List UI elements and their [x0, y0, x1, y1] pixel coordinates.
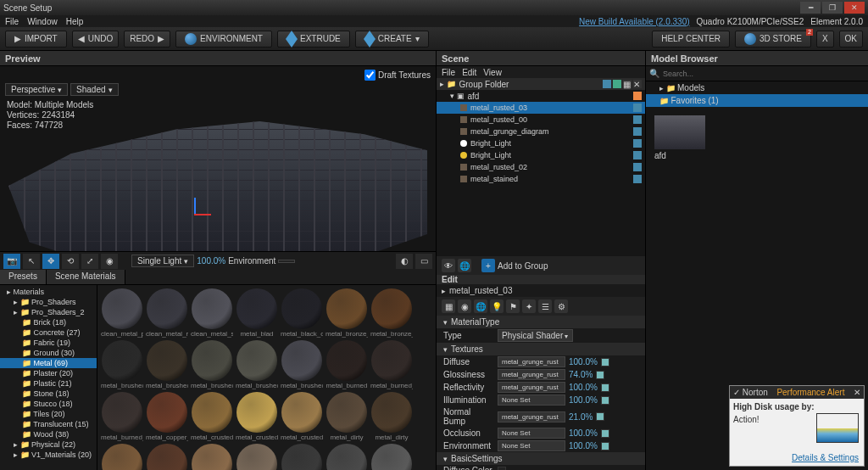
material-tree-item[interactable]: 📁 Plastic (21) — [0, 378, 97, 389]
texture-value-field[interactable]: None Set — [498, 394, 565, 406]
shaded-dropdown[interactable]: Shaded ▾ — [70, 83, 118, 96]
texture-percent-field[interactable]: 100.0% — [569, 383, 598, 392]
extrude-button[interactable]: EXTRUDE — [277, 31, 350, 48]
3d-viewport[interactable]: Draft Textures Perspective ▾ Shaded ▾ Mo… — [0, 66, 436, 251]
environment-swatch[interactable] — [278, 260, 295, 263]
menu-file[interactable]: File — [5, 17, 19, 26]
material-thumbnail[interactable]: metal_dirty — [326, 392, 368, 441]
scene-item[interactable]: metal_rusted_02 — [437, 161, 645, 173]
scene-item[interactable]: metal_stained — [437, 173, 645, 185]
import-button[interactable]: ▶ IMPORT — [5, 31, 67, 48]
material-tree-item[interactable]: ▸ 📁 Physical (22) — [0, 439, 97, 450]
material-thumbnail[interactable]: metal_copper_bl — [146, 392, 188, 441]
notification-close-button[interactable]: ✕ — [854, 388, 860, 397]
texture-percent-field[interactable]: 100.0% — [569, 441, 598, 450]
camera-tool-button[interactable]: 📷 — [3, 254, 20, 269]
basic-settings-section[interactable]: ▾ BasicSettings — [437, 452, 645, 465]
material-thumbnail[interactable] — [101, 444, 143, 470]
material-tree-item[interactable]: 📁 Tiles (20) — [0, 409, 97, 419]
material-thumbnail[interactable]: metal_brushed_pla — [281, 340, 323, 389]
model-browser-tree[interactable]: ▸ 📁 Models 📁 Favorites (1) — [646, 81, 868, 107]
material-thumbnail[interactable]: metal_burned_wat — [101, 392, 143, 441]
material-thumbnail[interactable]: clean_metal_plate — [101, 288, 143, 338]
texture-percent-field[interactable]: 100.0% — [569, 395, 598, 405]
scene-menu-file[interactable]: File — [442, 68, 455, 77]
scene-hierarchy-tree[interactable]: ▸ 📁 Group Folder ▦✕ ▾ ▣ afd metal_rusted… — [437, 78, 645, 256]
light-brightness-value[interactable]: 100.0% — [197, 256, 225, 266]
material-thumbnail[interactable]: metal_brushed_bla — [101, 340, 143, 389]
new-build-link[interactable]: New Build Available (2.0.330) — [579, 17, 689, 26]
create-button[interactable]: CREATE ▾ — [355, 31, 429, 48]
material-thumbnail[interactable]: metal_burned — [326, 340, 368, 389]
scene-menu-edit[interactable]: Edit — [462, 68, 476, 77]
scene-globe-button[interactable]: 🌐 — [458, 259, 471, 272]
tab-scene-materials[interactable]: Scene Materials — [47, 270, 125, 284]
material-thumbnail[interactable] — [326, 444, 368, 470]
model-thumbnail[interactable] — [654, 115, 705, 149]
material-tree-item[interactable]: 📁 Translucent (15) — [0, 419, 97, 429]
scene-group-folder[interactable]: ▸ 📁 Group Folder ▦✕ — [437, 78, 645, 90]
scene-menu-view[interactable]: View — [483, 68, 502, 77]
material-thumbnail[interactable]: metal_blad — [236, 288, 278, 338]
edit-layers-button[interactable]: ☰ — [538, 299, 552, 313]
material-tree-item[interactable]: 📁 Wood (38) — [0, 429, 97, 439]
material-tree-item[interactable]: ▸ 📁 Pro_Shaders_2 — [0, 307, 97, 317]
edit-sphere-button[interactable]: ◉ — [458, 299, 471, 313]
material-thumbnail[interactable] — [370, 444, 413, 470]
scale-tool-button[interactable]: ⤢ — [81, 254, 98, 269]
material-thumbnail[interactable]: metal_bronze_rust — [370, 288, 413, 338]
material-tree-item[interactable]: 📁 Ground (30) — [0, 348, 97, 358]
edit-gear-button[interactable]: ⚙ — [554, 299, 568, 313]
redo-button[interactable]: REDO ▶ — [124, 31, 170, 48]
material-thumbnail[interactable]: metal_crusted_02 — [236, 392, 278, 441]
edit-light-button[interactable]: 💡 — [490, 299, 504, 313]
scene-item[interactable]: Bright_Light — [437, 137, 645, 149]
viewport-option-1-button[interactable]: ◐ — [396, 254, 413, 269]
menu-help[interactable]: Help — [66, 17, 84, 26]
texture-value-field[interactable]: None Set — [498, 428, 565, 439]
help-center-button[interactable]: HELP CENTER — [652, 31, 730, 48]
material-tree-item[interactable]: 📁 Metal (69) — [0, 358, 97, 368]
edit-texture-button[interactable]: ▦ — [442, 299, 455, 313]
color-swatch[interactable] — [498, 467, 506, 471]
texture-value-field[interactable]: metal_grunge_rust — [498, 356, 565, 367]
material-tree-item[interactable]: 📁 Fabric (19) — [0, 338, 97, 348]
textures-section[interactable]: ▾ Textures — [437, 343, 645, 355]
material-thumbnail[interactable]: metal_crusted_01 — [191, 392, 233, 441]
material-thumbnail[interactable]: metal_bronze_raw — [326, 288, 368, 338]
material-thumbnail[interactable] — [146, 444, 188, 470]
model-search-input[interactable] — [663, 70, 865, 78]
transform-gizmo[interactable] — [178, 198, 212, 232]
rotate-tool-button[interactable]: ⟲ — [62, 254, 79, 269]
texture-toggle[interactable] — [601, 383, 609, 392]
material-thumbnail[interactable] — [191, 444, 233, 470]
texture-toggle[interactable] — [601, 396, 609, 405]
material-tree-item[interactable]: 📁 Concrete (27) — [0, 327, 97, 338]
texture-value-field[interactable]: None Set — [498, 440, 565, 451]
material-tree-item[interactable]: 📁 Stone (18) — [0, 389, 97, 399]
edit-wand-button[interactable]: ✦ — [522, 299, 536, 313]
select-tool-button[interactable]: ↖ — [23, 254, 40, 269]
material-thumbnail[interactable]: metal_black_chips — [281, 288, 323, 338]
material-thumbnail[interactable]: metal_brushed_st — [236, 340, 278, 389]
texture-percent-field[interactable]: 74.0% — [569, 370, 593, 379]
texture-value-field[interactable]: metal_grunge_rust — [498, 382, 565, 393]
material-thumbnail[interactable]: metal_brushed_gr — [191, 340, 233, 389]
lighting-dropdown[interactable]: Single Light ▾ — [131, 255, 194, 267]
tab-presets[interactable]: Presets — [0, 270, 47, 284]
undo-button[interactable]: ◀ UNDO — [72, 31, 119, 48]
3d-store-button[interactable]: 3D STORE2 — [735, 31, 811, 48]
material-thumbnail[interactable] — [281, 444, 323, 470]
model-browser-models-folder[interactable]: ▸ 📁 Models — [646, 81, 868, 94]
shader-type-dropdown[interactable]: Physical Shader ▾ — [498, 329, 573, 342]
draft-textures-checkbox[interactable]: Draft Textures — [364, 70, 431, 81]
edit-flag-button[interactable]: ⚑ — [506, 299, 520, 313]
material-thumbnail[interactable]: metal_crusted_03 — [281, 392, 323, 441]
scene-item[interactable]: Bright_Light — [437, 149, 645, 161]
material-tree-item[interactable]: ▸ 📁 V1_Materials (20) — [0, 450, 97, 460]
texture-percent-field[interactable]: 100.0% — [569, 428, 598, 438]
menu-window[interactable]: Window — [27, 17, 58, 26]
texture-percent-field[interactable]: 100.0% — [569, 357, 598, 366]
texture-toggle[interactable] — [596, 412, 604, 421]
ok-button[interactable]: OK — [839, 31, 863, 48]
